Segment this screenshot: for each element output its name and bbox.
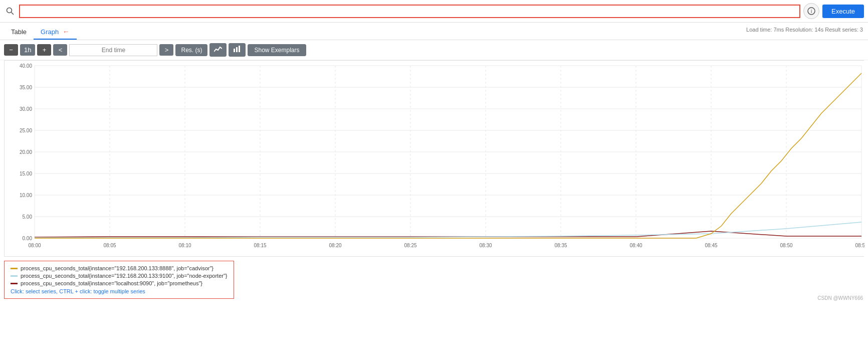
line-chart-icon <box>214 46 222 53</box>
svg-line-1 <box>12 13 14 15</box>
svg-text:08:45: 08:45 <box>705 243 717 248</box>
legend-label-node-exporter: process_cpu_seconds_total{instance="192.… <box>21 273 228 279</box>
svg-text:08:40: 08:40 <box>629 243 642 248</box>
svg-text:08:35: 08:35 <box>554 243 567 248</box>
show-exemplars-button[interactable]: Show Exemplars <box>248 44 306 56</box>
svg-text:30.00: 30.00 <box>20 106 32 112</box>
tab-arrow-indicator: ← <box>63 28 70 36</box>
svg-text:15.00: 15.00 <box>20 171 32 176</box>
svg-rect-5 <box>236 47 238 52</box>
svg-text:08:00: 08:00 <box>28 243 41 248</box>
svg-rect-6 <box>239 46 240 52</box>
svg-rect-4 <box>234 49 235 52</box>
next-time-button[interactable]: > <box>159 44 173 56</box>
svg-text:25.00: 25.00 <box>20 128 32 133</box>
legend-color-node-exporter <box>11 275 18 277</box>
tab-graph[interactable]: Graph ← <box>34 25 77 40</box>
svg-text:i: i <box>811 9 812 14</box>
legend-color-prometheus <box>11 283 18 284</box>
legend-item-prometheus[interactable]: process_cpu_seconds_total{instance="loca… <box>11 280 228 286</box>
tabs-bar: Table Graph ← Load time: 7ms Resolution:… <box>0 23 868 40</box>
svg-text:35.00: 35.00 <box>20 85 32 90</box>
increase-duration-button[interactable]: + <box>37 44 51 56</box>
metrics-icon-button[interactable]: i <box>803 3 819 19</box>
legend-item-node-exporter[interactable]: process_cpu_seconds_total{instance="192.… <box>11 273 228 279</box>
watermark: CSDN @WWNY666 <box>817 295 863 301</box>
chart-wrap: 40.00 35.00 30.00 25.00 20.00 15.00 10.0… <box>4 60 864 257</box>
svg-text:5.00: 5.00 <box>23 214 33 220</box>
legend-box: process_cpu_seconds_total{instance="192.… <box>4 261 234 299</box>
chart-container: 40.00 35.00 30.00 25.00 20.00 15.00 10.0… <box>0 60 868 257</box>
svg-text:08:30: 08:30 <box>479 243 492 248</box>
search-icon <box>4 5 16 17</box>
bottom-section: process_cpu_seconds_total{instance="192.… <box>0 257 868 303</box>
bar-chart-button[interactable] <box>229 43 246 57</box>
legend-color-cadvisor <box>11 268 18 269</box>
svg-text:08:10: 08:10 <box>178 243 191 248</box>
svg-text:40.00: 40.00 <box>20 63 32 69</box>
search-bar: process_cpu_seconds_total i Execute <box>0 0 868 23</box>
svg-point-0 <box>7 8 12 13</box>
bar-chart-icon <box>233 46 241 53</box>
svg-text:08:25: 08:25 <box>404 243 416 248</box>
legend-label-cadvisor: process_cpu_seconds_total{instance="192.… <box>21 265 213 271</box>
toolbar: − 1h + < > Res. (s) Show Exemplars <box>0 40 868 60</box>
svg-text:10.00: 10.00 <box>20 193 32 198</box>
svg-text:0.00: 0.00 <box>23 236 33 241</box>
resolution-button[interactable]: Res. (s) <box>175 44 207 56</box>
svg-text:20.00: 20.00 <box>20 149 32 155</box>
decrease-duration-button[interactable]: − <box>4 44 18 56</box>
svg-text:08:15: 08:15 <box>254 243 266 248</box>
tab-table[interactable]: Table <box>4 25 34 40</box>
prev-time-button[interactable]: < <box>53 44 67 56</box>
end-time-input[interactable] <box>69 44 157 56</box>
svg-text:08:20: 08:20 <box>329 243 341 248</box>
svg-text:08:50: 08:50 <box>780 243 792 248</box>
svg-rect-7 <box>5 61 864 256</box>
execute-button[interactable]: Execute <box>822 5 864 18</box>
query-input[interactable]: process_cpu_seconds_total <box>19 5 800 18</box>
legend-item-cadvisor[interactable]: process_cpu_seconds_total{instance="192.… <box>11 265 228 271</box>
svg-text:08:55: 08:55 <box>855 243 864 248</box>
load-info: Load time: 7ms Resolution: 14s Result se… <box>746 27 863 33</box>
legend-click-hint: Click: select series, CTRL + click: togg… <box>11 288 228 294</box>
line-chart-button[interactable] <box>209 43 227 57</box>
svg-text:08:05: 08:05 <box>103 243 116 248</box>
chart-svg: 40.00 35.00 30.00 25.00 20.00 15.00 10.0… <box>5 61 864 256</box>
legend-label-prometheus: process_cpu_seconds_total{instance="loca… <box>21 280 202 286</box>
duration-label[interactable]: 1h <box>20 44 35 56</box>
